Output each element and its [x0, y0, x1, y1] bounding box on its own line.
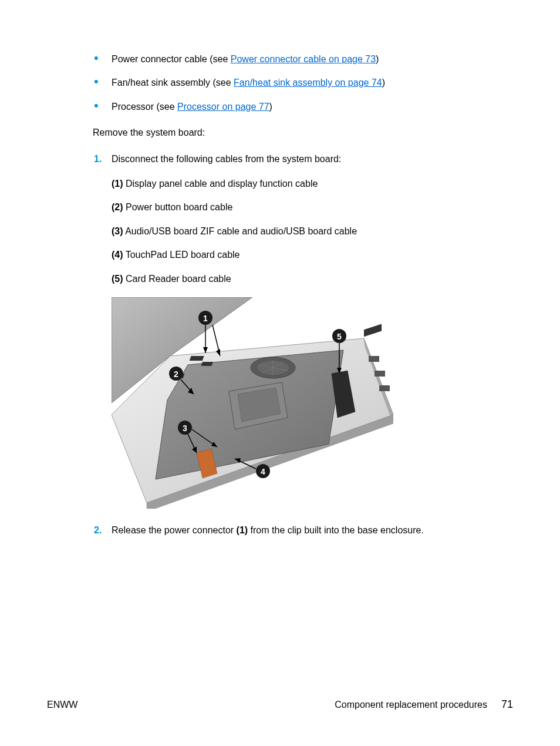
instruction-text: Remove the system board: [93, 126, 513, 139]
sub-item: (4) TouchPad LED board cable [112, 248, 513, 261]
svg-rect-38 [379, 385, 390, 391]
sub-text: Card Reader board cable [123, 274, 231, 284]
bullet-text-prefix: Processor (see [112, 102, 177, 112]
sub-item: (2) Power button board cable [112, 201, 513, 214]
callout-label-1: 1 [203, 314, 208, 323]
svg-rect-37 [375, 371, 385, 377]
sub-text: TouchPad LED board cable [123, 250, 240, 260]
footer-section-title: Component replacement procedures [335, 700, 487, 710]
callout-label-4: 4 [261, 467, 265, 476]
sub-num: (3) [112, 226, 123, 236]
bullet-item: Fan/heat sink assembly (see Fan/heat sin… [94, 76, 513, 89]
svg-rect-39 [364, 324, 382, 337]
system-board-figure: 1 2 3 [112, 297, 513, 509]
link-fan-heat-sink[interactable]: Fan/heat sink assembly on page 74 [234, 78, 382, 88]
bullet-text-prefix: Fan/heat sink assembly (see [112, 78, 234, 88]
step-text-post: from the clip built into the base enclos… [248, 525, 424, 535]
bullet-item: Processor (see Processor on page 77) [94, 100, 513, 113]
sub-num: (2) [112, 202, 123, 212]
prerequisite-bullet-list: Power connector cable (see Power connect… [94, 53, 513, 113]
bullet-text-suffix: ) [269, 102, 272, 112]
step-bold: (1) [237, 525, 248, 535]
step-text: Disconnect the following cables from the… [112, 154, 341, 164]
sub-num: (4) [112, 250, 123, 260]
sub-text: Audio/USB board ZIF cable and audio/USB … [123, 226, 357, 236]
page-number: 71 [501, 698, 513, 711]
bullet-text-suffix: ) [376, 54, 379, 64]
step-2: 2. Release the power connector (1) from … [94, 524, 513, 537]
sub-text: Power button board cable [123, 202, 233, 212]
callout-label-3: 3 [183, 424, 187, 433]
sub-num: (1) [112, 179, 123, 189]
svg-rect-13 [190, 356, 204, 361]
step-number: 2. [94, 524, 102, 537]
procedure-list: 1. Disconnect the following cables from … [94, 153, 513, 537]
motherboard-diagram-svg: 1 2 3 [112, 297, 393, 509]
page-content: Power connector cable (see Power connect… [47, 53, 513, 537]
callout-label-2: 2 [174, 369, 178, 379]
footer-left: ENWW [47, 700, 77, 710]
footer-right: Component replacement procedures 71 [335, 698, 513, 711]
sub-num: (5) [112, 274, 123, 284]
link-processor[interactable]: Processor on page 77 [177, 102, 269, 112]
step-number: 1. [94, 153, 102, 166]
svg-marker-17 [203, 347, 208, 353]
sub-item: (1) Display panel cable and display func… [112, 177, 513, 190]
cable-sublist: (1) Display panel cable and display func… [112, 177, 513, 285]
bullet-item: Power connector cable (see Power connect… [94, 53, 513, 66]
sub-item: (3) Audio/USB board ZIF cable and audio/… [112, 225, 513, 238]
bullet-text-prefix: Power connector cable (see [112, 54, 231, 64]
page-footer: ENWW Component replacement procedures 71 [47, 698, 513, 711]
svg-rect-36 [369, 356, 379, 362]
step-text-pre: Release the power connector [112, 525, 237, 535]
bullet-text-suffix: ) [382, 78, 385, 88]
sub-item: (5) Card Reader board cable [112, 273, 513, 285]
svg-rect-14 [201, 362, 213, 366]
step-1: 1. Disconnect the following cables from … [94, 153, 513, 509]
callout-label-5: 5 [337, 332, 342, 341]
sub-text: Display panel cable and display function… [123, 179, 318, 189]
link-power-connector-cable[interactable]: Power connector cable on page 73 [231, 54, 376, 64]
